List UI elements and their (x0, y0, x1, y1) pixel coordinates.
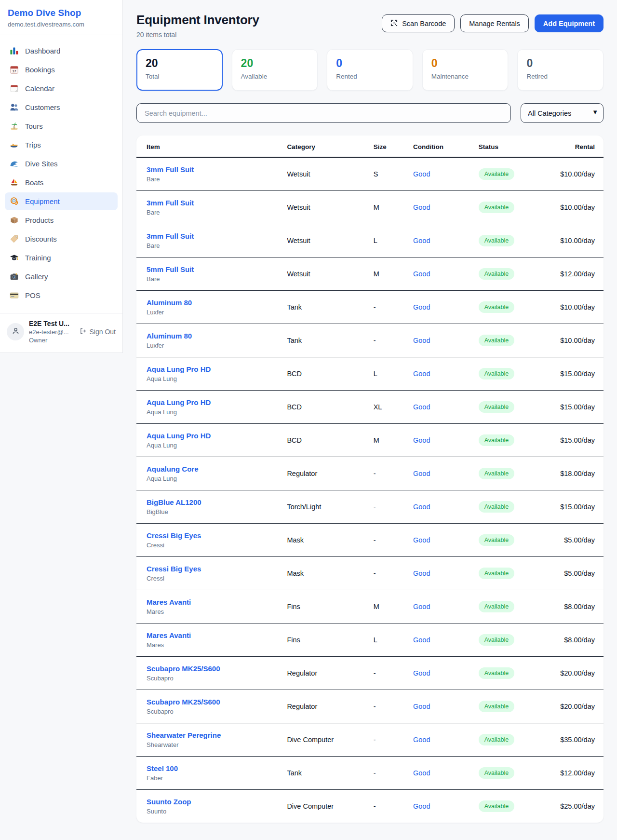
stat-card-total[interactable]: 20Total (136, 49, 223, 91)
status-badge: Available (479, 401, 515, 413)
discounts-icon (10, 234, 19, 244)
item-brand: Bare (147, 275, 275, 283)
item-condition-link[interactable]: Good (413, 436, 430, 444)
item-rental-rate: $15.00/day (543, 390, 604, 423)
add-equipment-button[interactable]: Add Equipment (535, 14, 604, 32)
item-size: L (368, 623, 407, 656)
item-name-link[interactable]: Aqua Lung Pro HD (147, 365, 275, 373)
table-row: Scubapro MK25/S600ScubaproRegulator-Good… (136, 656, 604, 690)
item-condition-link[interactable]: Good (413, 603, 430, 610)
item-condition-link[interactable]: Good (413, 802, 430, 810)
stat-card-maintenance[interactable]: 0Maintenance (422, 49, 509, 91)
sidebar-item-training[interactable]: Training (5, 249, 118, 267)
sidebar-item-gallery[interactable]: Gallery (5, 268, 118, 285)
item-condition-link[interactable]: Good (413, 303, 430, 311)
sidebar-item-label: Products (25, 216, 54, 224)
sidebar-item-boats[interactable]: Boats (5, 174, 118, 191)
item-name-link[interactable]: BigBlue AL1200 (147, 498, 275, 506)
item-condition-link[interactable]: Good (413, 703, 430, 710)
sidebar-item-products[interactable]: Products (5, 211, 118, 229)
search-input[interactable] (136, 103, 511, 123)
item-rental-rate: $8.00/day (543, 623, 604, 656)
sign-out-button[interactable]: Sign Out (80, 327, 116, 336)
stat-value: 0 (431, 57, 499, 70)
item-name-link[interactable]: Aluminum 80 (147, 332, 275, 340)
item-name-link[interactable]: 3mm Full Suit (147, 199, 275, 207)
item-name-link[interactable]: 5mm Full Suit (147, 265, 275, 273)
item-condition-link[interactable]: Good (413, 270, 430, 278)
manage-rentals-label: Manage Rentals (469, 20, 520, 27)
item-name-link[interactable]: Cressi Big Eyes (147, 531, 275, 540)
table-row: Shearwater PeregrineShearwaterDive Compu… (136, 723, 604, 756)
item-name-link[interactable]: Scubapro MK25/S600 (147, 664, 275, 673)
sidebar-item-trips[interactable]: Trips (5, 136, 118, 154)
table-row: Cressi Big EyesCressiMask-GoodAvailable$… (136, 556, 604, 590)
item-category: Regulator (281, 656, 367, 690)
item-condition-link[interactable]: Good (413, 503, 430, 511)
column-header-status: Status (473, 135, 543, 157)
status-badge: Available (479, 268, 515, 280)
item-name-link[interactable]: Cressi Big Eyes (147, 565, 275, 573)
table-row: Aluminum 80LuxferTank-GoodAvailable$10.0… (136, 290, 604, 324)
item-condition-link[interactable]: Good (413, 769, 430, 777)
item-name-link[interactable]: Scubapro MK25/S600 (147, 698, 275, 706)
item-name-link[interactable]: Aluminum 80 (147, 298, 275, 307)
stat-card-retired[interactable]: 0Retired (517, 49, 604, 91)
column-header-rental: Rental (543, 135, 604, 157)
sidebar-item-discounts[interactable]: Discounts (5, 230, 118, 248)
item-condition-link[interactable]: Good (413, 669, 430, 677)
item-condition-link[interactable]: Good (413, 337, 430, 344)
item-name-link[interactable]: Mares Avanti (147, 598, 275, 606)
sidebar-item-dashboard[interactable]: Dashboard (5, 42, 118, 60)
item-brand: Aqua Lung (147, 408, 275, 416)
sidebar-item-label: Equipment (25, 197, 60, 205)
sidebar-item-customers[interactable]: Customers (5, 98, 118, 116)
sidebar-item-equipment[interactable]: Equipment (5, 192, 118, 210)
sidebar-item-label: POS (25, 291, 40, 299)
sidebar-item-label: Training (25, 254, 51, 262)
item-rental-rate: $12.00/day (543, 756, 604, 789)
stat-card-available[interactable]: 20Available (232, 49, 318, 91)
item-name-link[interactable]: Aqua Lung Pro HD (147, 432, 275, 440)
item-condition-link[interactable]: Good (413, 536, 430, 544)
products-icon (10, 216, 19, 225)
status-badge: Available (479, 568, 515, 579)
sidebar-item-dive-sites[interactable]: Dive Sites (5, 155, 118, 173)
item-condition-link[interactable]: Good (413, 170, 430, 178)
item-condition-link[interactable]: Good (413, 370, 430, 378)
item-condition-link[interactable]: Good (413, 403, 430, 411)
item-name-link[interactable]: 3mm Full Suit (147, 165, 275, 174)
item-name-link[interactable]: 3mm Full Suit (147, 232, 275, 240)
customers-icon (10, 103, 19, 112)
item-category: Regulator (281, 457, 367, 490)
sidebar-item-pos[interactable]: POS (5, 286, 118, 304)
item-condition-link[interactable]: Good (413, 636, 430, 644)
item-name-link[interactable]: Steel 100 (147, 764, 275, 772)
stat-card-rented[interactable]: 0Rented (327, 49, 413, 91)
item-brand: BigBlue (147, 508, 275, 515)
item-brand: Mares (147, 608, 275, 615)
sidebar-item-calendar[interactable]: Calendar (5, 80, 118, 97)
item-name-link[interactable]: Aqualung Core (147, 465, 275, 473)
boats-icon (10, 178, 19, 187)
item-rental-rate: $15.00/day (543, 490, 604, 523)
table-row: Aluminum 80LuxferTank-GoodAvailable$10.0… (136, 324, 604, 357)
item-condition-link[interactable]: Good (413, 470, 430, 477)
item-name-link[interactable]: Suunto Zoop (147, 798, 275, 806)
item-name-link[interactable]: Aqua Lung Pro HD (147, 398, 275, 406)
status-badge: Available (479, 734, 515, 745)
status-badge: Available (479, 667, 515, 679)
item-name-link[interactable]: Mares Avanti (147, 631, 275, 639)
manage-rentals-button[interactable]: Manage Rentals (460, 14, 529, 32)
sidebar-item-tours[interactable]: Tours (5, 117, 118, 135)
sidebar-item-bookings[interactable]: 17Bookings (5, 61, 118, 79)
brand-title[interactable]: Demo Dive Shop (8, 8, 115, 18)
item-name-link[interactable]: Shearwater Peregrine (147, 731, 275, 739)
item-category: BCD (281, 390, 367, 423)
item-condition-link[interactable]: Good (413, 736, 430, 744)
item-condition-link[interactable]: Good (413, 203, 430, 211)
scan-barcode-button[interactable]: Scan Barcode (382, 14, 455, 32)
category-select[interactable]: All Categories (521, 103, 604, 123)
item-condition-link[interactable]: Good (413, 237, 430, 244)
item-condition-link[interactable]: Good (413, 569, 430, 577)
